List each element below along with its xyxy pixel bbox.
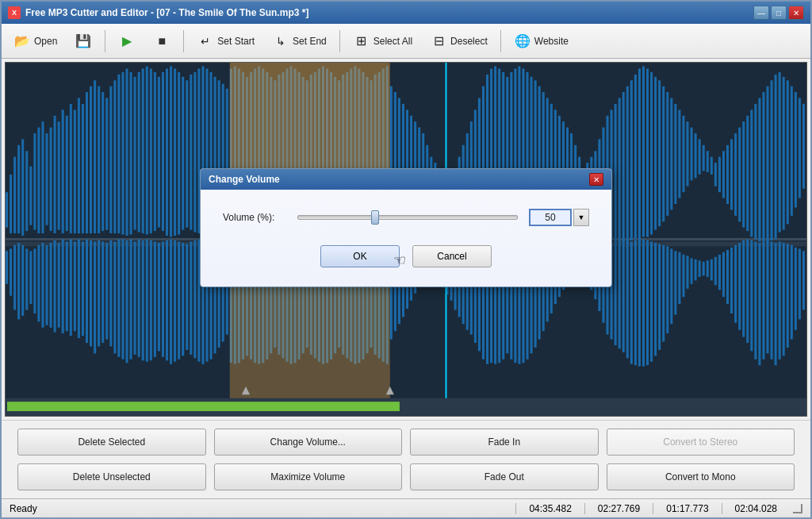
maximize-volume-button[interactable]: Maximize Volume xyxy=(214,463,403,490)
fade-in-button[interactable]: Fade In xyxy=(410,429,599,456)
svg-rect-361 xyxy=(630,241,633,363)
svg-rect-221 xyxy=(70,240,72,336)
svg-rect-155 xyxy=(619,98,621,242)
volume-slider-thumb[interactable] xyxy=(371,210,379,225)
svg-rect-364 xyxy=(642,240,645,367)
window-close-button[interactable]: ✕ xyxy=(788,6,804,20)
volume-input[interactable] xyxy=(529,209,572,226)
set-end-button[interactable]: ↳ Set End xyxy=(265,28,334,55)
svg-rect-388 xyxy=(738,243,741,330)
svg-rect-41 xyxy=(162,72,164,231)
svg-rect-36 xyxy=(142,68,144,233)
svg-rect-196 xyxy=(783,77,785,230)
fade-out-button[interactable]: Fade Out xyxy=(410,463,599,490)
dialog-title: Change Volume xyxy=(209,174,280,185)
play-button[interactable]: ▶ xyxy=(111,28,143,55)
svg-rect-171 xyxy=(682,116,684,192)
svg-rect-144 xyxy=(574,145,576,171)
window-title: Free MP3 Cutter and Editor - [07 - The S… xyxy=(25,7,308,18)
svg-rect-242 xyxy=(154,241,156,356)
svg-rect-2 xyxy=(6,192,8,228)
svg-rect-244 xyxy=(162,241,164,356)
open-button[interactable]: 📂 Open xyxy=(6,28,64,55)
svg-rect-174 xyxy=(695,133,697,178)
status-time-4: 02:04.028 xyxy=(722,503,790,514)
svg-rect-239 xyxy=(142,240,144,360)
svg-rect-358 xyxy=(619,240,621,348)
svg-rect-184 xyxy=(734,133,737,216)
svg-rect-248 xyxy=(178,241,180,359)
save-button[interactable]: 💾 xyxy=(67,28,99,55)
ok-button[interactable]: OK xyxy=(320,245,400,267)
svg-rect-16 xyxy=(62,110,64,233)
minimize-button[interactable]: — xyxy=(753,6,769,20)
svg-rect-194 xyxy=(775,75,777,240)
svg-rect-8 xyxy=(29,167,32,225)
svg-rect-178 xyxy=(710,157,713,175)
svg-rect-227 xyxy=(94,241,96,353)
svg-rect-219 xyxy=(62,240,64,334)
resize-grip[interactable] xyxy=(793,504,802,513)
volume-dropdown-button[interactable]: ▼ xyxy=(573,209,589,226)
volume-input-group: ▼ xyxy=(529,209,589,226)
svg-rect-398 xyxy=(779,241,781,359)
svg-rect-226 xyxy=(90,240,92,347)
delete-selected-button[interactable]: Delete Selected xyxy=(17,429,206,456)
set-start-button[interactable]: ↵ Set Start xyxy=(190,28,262,55)
svg-rect-368 xyxy=(658,244,661,349)
svg-rect-37 xyxy=(146,66,148,234)
svg-rect-199 xyxy=(795,92,797,207)
cancel-button[interactable]: Cancel xyxy=(412,245,492,267)
svg-rect-404 xyxy=(802,251,805,309)
change-volume-button[interactable]: Change Volume... xyxy=(214,429,403,456)
svg-rect-13 xyxy=(50,128,52,232)
svg-rect-382 xyxy=(714,257,717,286)
website-button[interactable]: 🌐 Website xyxy=(507,28,576,55)
title-controls: — □ ✕ xyxy=(753,6,804,20)
stop-button[interactable]: ■ xyxy=(146,28,178,55)
dialog-close-button[interactable]: ✕ xyxy=(589,173,603,186)
svg-rect-234 xyxy=(121,240,124,359)
svg-rect-243 xyxy=(158,243,160,351)
svg-rect-32 xyxy=(126,68,128,236)
svg-rect-395 xyxy=(767,240,769,353)
svg-rect-6 xyxy=(21,139,24,236)
play-icon: ▶ xyxy=(118,33,136,50)
svg-rect-180 xyxy=(718,157,721,193)
svg-rect-193 xyxy=(771,80,773,240)
deselect-button[interactable]: ⊟ Deselect xyxy=(423,28,495,55)
svg-rect-390 xyxy=(746,240,749,344)
svg-rect-232 xyxy=(113,241,116,353)
separator-3 xyxy=(339,30,340,52)
maximize-button[interactable]: □ xyxy=(771,6,787,20)
svg-rect-372 xyxy=(674,251,676,314)
svg-rect-185 xyxy=(738,128,741,222)
svg-rect-391 xyxy=(750,240,753,351)
toolbar: 📂 Open 💾 ▶ ■ ↵ Set Start ↳ Set End ⊞ Sel… xyxy=(2,24,810,59)
svg-rect-396 xyxy=(771,241,773,359)
status-ready: Ready xyxy=(10,503,515,514)
delete-unselected-button[interactable]: Delete Unselected xyxy=(17,463,206,490)
svg-rect-205 xyxy=(6,251,8,284)
svg-rect-175 xyxy=(699,139,701,175)
svg-rect-4 xyxy=(13,157,16,233)
svg-rect-27 xyxy=(105,98,108,230)
svg-rect-230 xyxy=(105,243,108,340)
svg-rect-222 xyxy=(74,241,76,331)
svg-rect-34 xyxy=(134,77,136,230)
svg-rect-15 xyxy=(58,121,60,229)
svg-rect-210 xyxy=(25,248,28,309)
volume-slider-track[interactable] xyxy=(297,215,518,220)
svg-rect-198 xyxy=(791,86,793,216)
svg-rect-158 xyxy=(630,80,633,240)
volume-row: Volume (%): ▼ xyxy=(223,209,589,226)
svg-rect-172 xyxy=(687,121,689,186)
convert-to-mono-button[interactable]: Convert to Mono xyxy=(607,463,795,490)
svg-rect-48 xyxy=(190,75,192,230)
svg-rect-11 xyxy=(41,121,44,233)
select-all-button[interactable]: ⊞ Select All xyxy=(346,28,419,55)
svg-rect-3 xyxy=(10,175,12,233)
convert-to-stereo-button[interactable]: Convert to Stereo xyxy=(607,429,795,456)
svg-rect-370 xyxy=(666,246,668,333)
svg-rect-209 xyxy=(21,245,24,316)
